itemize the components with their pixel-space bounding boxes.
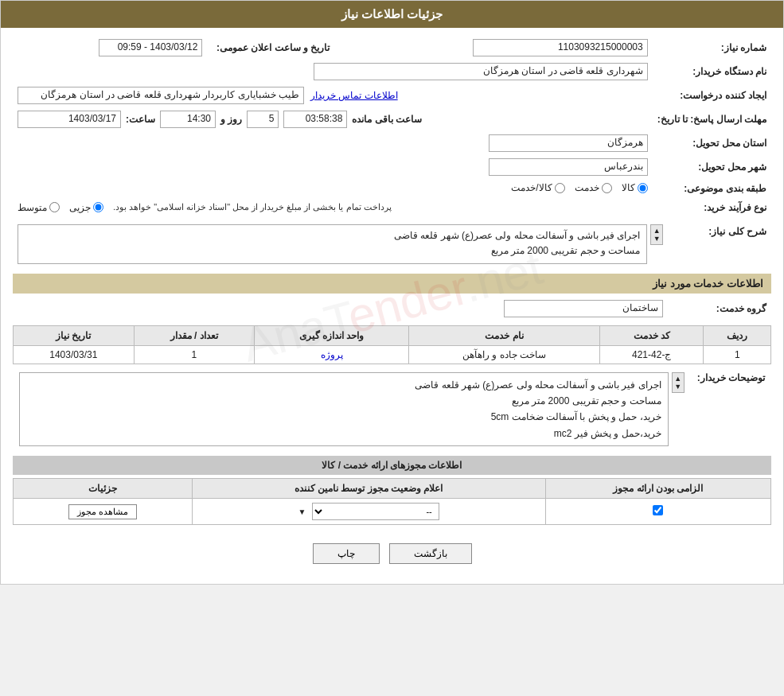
response-time: 14:30 <box>160 111 216 128</box>
creator-value: طیب خشبایاری کاربردار شهرداری قلعه قاضی … <box>18 87 304 104</box>
col-unit: واحد اندازه گیری <box>255 325 409 345</box>
category-radio-kala[interactable]: کالا <box>622 182 648 193</box>
need-description-table: شرح کلی نیاز: ▲ ▼ اجرای فیر باشی و آسفال… <box>13 221 771 267</box>
permit-status-cell: -- ▼ <box>192 499 545 525</box>
services-table: ردیف کد خدمت نام خدمت واحد اندازه گیری ت… <box>13 325 771 364</box>
process-note: پرداخت تمام یا بخشی از مبلغ خریدار از مح… <box>113 202 392 212</box>
print-button[interactable]: چاپ <box>313 543 380 564</box>
permit-details-cell: مشاهده مجوز <box>14 499 193 525</box>
need-description-content: اجرای فیر باشی و آسفالت محله ولی عصر(ع) … <box>18 224 647 264</box>
buyer-scroll-indicator[interactable]: ▲ ▼ <box>672 372 685 393</box>
permits-table: الزامی بودن ارائه مجوز اعلام وضعیت مجوز … <box>13 478 771 525</box>
permit-required-cell <box>545 499 770 525</box>
creator-label: ایجاد کننده درخواست: <box>653 84 771 107</box>
scroll-indicator[interactable]: ▲ ▼ <box>650 224 663 245</box>
announce-label: تاریخ و ساعت اعلان عمومی: <box>207 36 334 60</box>
creator-contact-link[interactable]: اطلاعات تماس خریدار <box>310 90 398 101</box>
province-label: استان محل تحویل: <box>653 131 771 155</box>
col-details: جزئیات <box>14 479 193 499</box>
category-radio-group: کالا/خدمت خدمت کالا <box>511 182 647 193</box>
services-section-header: اطلاعات خدمات مورد نیاز <box>13 274 771 294</box>
permits-section-header: اطلاعات مجوزهای ارائه خدمت / کالا <box>13 456 771 475</box>
category-radio-kala-input[interactable] <box>638 183 648 193</box>
buyer-desc-label: توضیحات خریدار: <box>691 369 771 450</box>
category-radio-kala-khedmat-input[interactable] <box>555 183 565 193</box>
response-days: 5 <box>247 111 279 128</box>
process-radio-jozii[interactable]: جزیی <box>69 202 103 213</box>
permit-status-select[interactable]: -- <box>312 503 439 520</box>
need-number-label: شماره نیاز: <box>653 36 771 60</box>
response-deadline-label: مهلت ارسال پاسخ: تا تاریخ: <box>653 107 771 131</box>
table-row: 1 ج-42-421 ساخت جاده و راهآهن پروژه 1 14… <box>14 345 771 364</box>
need-number-value: 1103093215000003 <box>473 39 648 56</box>
service-group-value: ساختمان <box>504 300 663 317</box>
col-code: کد خدمت <box>599 325 704 345</box>
buyer-description-table: توضیحات خریدار: ▲ ▼ اجرای فیر باشی و آسف… <box>13 369 771 450</box>
category-radio-kala-khedmat[interactable]: کالا/خدمت <box>511 182 564 193</box>
process-radio-jozii-input[interactable] <box>93 202 103 212</box>
col-row: ردیف <box>704 325 771 345</box>
service-name: ساخت جاده و راهآهن <box>409 345 600 364</box>
response-date: 1403/03/17 <box>18 111 121 128</box>
process-radio-motavaset[interactable]: متوسط <box>18 202 60 213</box>
response-remaining-label: ساعت باقی مانده <box>352 114 422 125</box>
process-label: نوع فرآیند خرید: <box>653 199 771 216</box>
dropdown-arrow: ▼ <box>298 507 306 516</box>
city-value: بندرعباس <box>489 158 648 176</box>
footer-buttons: بازگشت چاپ <box>13 531 771 576</box>
announce-value: 1403/03/12 - 09:59 <box>99 39 202 56</box>
col-qty: تعداد / مقدار <box>134 325 254 345</box>
category-radio-khedmat[interactable]: خدمت <box>575 182 612 193</box>
service-unit: پروژه <box>255 345 409 364</box>
col-name: نام خدمت <box>409 325 600 345</box>
service-quantity: 1 <box>134 345 254 364</box>
province-value: هرمزگان <box>489 134 648 152</box>
category-label: طبقه بندی موضوعی: <box>653 179 771 199</box>
process-radio-motavaset-input[interactable] <box>49 202 60 212</box>
service-date: 1403/03/31 <box>14 345 135 364</box>
service-code: ج-42-421 <box>599 345 704 364</box>
city-label: شهر محل تحویل: <box>653 155 771 179</box>
row-number: 1 <box>704 345 771 364</box>
permit-row: -- ▼ مشاهده مجوز <box>14 499 771 525</box>
purchasing-org-label: نام دستگاه خریدار: <box>653 60 771 84</box>
page-header: جزئیات اطلاعات نیاز <box>1 1 783 28</box>
col-required: الزامی بودن ارائه مجوز <box>545 479 770 499</box>
back-button[interactable]: بازگشت <box>389 543 472 564</box>
category-radio-khedmat-input[interactable] <box>602 183 612 193</box>
service-group-label: گروه خدمت: <box>668 297 771 321</box>
service-group-table: گروه خدمت: ساختمان <box>13 297 771 321</box>
main-info-table: شماره نیاز: 1103093215000003 تاریخ و ساع… <box>13 36 771 216</box>
response-days-label: روز و <box>220 114 242 125</box>
response-remaining: 03:58:38 <box>283 111 347 128</box>
page-title: جزئیات اطلاعات نیاز <box>341 7 443 21</box>
need-description-label: شرح کلی نیاز: <box>668 221 771 267</box>
col-status: اعلام وضعیت مجوز توسط نامین کننده <box>192 479 545 499</box>
permit-required-checkbox[interactable] <box>653 505 663 515</box>
purchasing-org-value: شهرداری قلعه قاضی در استان هرمزگان <box>314 63 648 80</box>
response-time-label: ساعت: <box>126 114 155 125</box>
process-radio-group: متوسط جزیی <box>18 202 103 213</box>
col-date: تاریخ نیاز <box>14 325 135 345</box>
view-permit-button[interactable]: مشاهده مجوز <box>68 504 137 519</box>
buyer-desc-content: اجرای فیر باشی و آسفالت محله ولی عصر(ع) … <box>19 372 669 447</box>
